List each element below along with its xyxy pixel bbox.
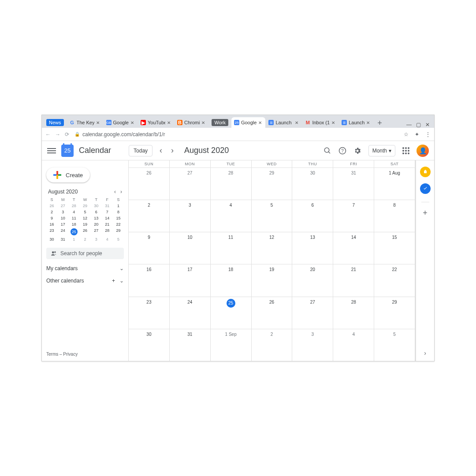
browser-tab[interactable]: GBGoogle✕ — [104, 117, 138, 128]
expand-rail-icon[interactable]: › — [424, 350, 426, 357]
mini-day[interactable]: 5 — [113, 237, 124, 242]
day-cell[interactable]: 19 — [252, 264, 293, 296]
day-cell[interactable]: 21 — [333, 264, 374, 296]
day-cell[interactable]: 13 — [292, 232, 333, 264]
day-cell[interactable]: 14 — [333, 232, 374, 264]
today-button[interactable]: Today — [129, 145, 152, 156]
day-cell[interactable]: 30 — [129, 329, 170, 361]
mini-day[interactable]: 1 — [113, 204, 124, 208]
mini-day[interactable]: 4 — [68, 210, 79, 214]
day-cell[interactable]: 5 — [252, 200, 293, 232]
star-icon[interactable]: ☆ — [404, 131, 409, 138]
day-cell[interactable]: 31 — [333, 167, 374, 200]
mini-day[interactable]: 22 — [113, 222, 124, 227]
day-cell[interactable]: 28 — [333, 297, 374, 329]
mini-day[interactable]: 28 — [102, 228, 113, 235]
mini-day[interactable]: 27 — [57, 204, 68, 208]
day-cell[interactable]: 27 — [170, 167, 211, 200]
browser-tab[interactable]: GThe Key✕ — [67, 117, 103, 128]
browser-tab[interactable]: 25Google✕ — [231, 117, 265, 128]
mini-day[interactable]: 20 — [91, 222, 102, 227]
overflow-icon[interactable]: ⋮ — [425, 131, 431, 138]
mini-day[interactable]: 27 — [91, 228, 102, 235]
day-cell[interactable]: 4 — [211, 200, 252, 232]
day-cell[interactable]: 27 — [292, 297, 333, 329]
mini-day[interactable]: 1 — [68, 237, 79, 242]
close-icon[interactable]: ✕ — [167, 120, 171, 125]
mini-day[interactable]: 7 — [102, 210, 113, 214]
mini-day[interactable]: 17 — [57, 222, 68, 227]
mini-day[interactable]: 29 — [113, 228, 124, 235]
mini-prev-icon[interactable]: ‹ — [114, 189, 116, 195]
main-menu-icon[interactable] — [47, 148, 56, 153]
mini-day[interactable]: 8 — [113, 210, 124, 214]
mini-day[interactable]: 3 — [91, 237, 102, 242]
browser-tab[interactable]: ▶YouTube✕ — [138, 117, 174, 128]
day-cell[interactable]: 1 Sep — [211, 329, 252, 361]
new-tab-button[interactable]: + — [374, 119, 386, 128]
day-cell[interactable]: 26 — [129, 167, 170, 200]
mini-day[interactable]: 25 — [68, 228, 79, 235]
extensions-icon[interactable]: ✦ — [415, 131, 419, 138]
close-icon[interactable]: ✕ — [295, 120, 299, 125]
mini-day[interactable]: 26 — [46, 204, 57, 208]
create-button[interactable]: Create — [46, 167, 90, 182]
mini-day[interactable]: 23 — [46, 228, 57, 235]
close-icon[interactable]: ✕ — [258, 120, 263, 125]
day-cell[interactable]: 2 — [252, 329, 293, 361]
mini-day[interactable]: 26 — [79, 228, 90, 235]
day-cell[interactable]: 1 Aug — [374, 167, 415, 200]
mini-day[interactable]: 30 — [91, 204, 102, 208]
day-cell[interactable]: 25 — [211, 297, 252, 329]
mini-day[interactable]: 4 — [102, 237, 113, 242]
day-cell[interactable]: 3 — [170, 200, 211, 232]
day-cell[interactable]: 8 — [374, 200, 415, 232]
day-cell[interactable]: 7 — [333, 200, 374, 232]
tasks-icon[interactable] — [420, 183, 431, 194]
browser-tab[interactable]: Work — [209, 117, 231, 128]
day-cell[interactable]: 2 — [129, 200, 170, 232]
day-cell[interactable]: 15 — [374, 232, 415, 264]
privacy-link[interactable]: Privacy — [63, 352, 78, 357]
add-calendar-icon[interactable]: + — [112, 278, 115, 284]
close-window-icon[interactable]: ✕ — [425, 122, 430, 128]
browser-tab[interactable]: MInbox (1✕ — [302, 117, 338, 128]
day-cell[interactable]: 29 — [374, 297, 415, 329]
day-cell[interactable]: 6 — [292, 200, 333, 232]
mini-day[interactable]: 5 — [79, 210, 90, 214]
day-cell[interactable]: 18 — [211, 264, 252, 296]
day-cell[interactable]: 31 — [170, 329, 211, 361]
day-cell[interactable]: 17 — [170, 264, 211, 296]
add-addon-icon[interactable]: + — [423, 208, 428, 218]
mini-day[interactable]: 24 — [57, 228, 68, 235]
prev-month-icon[interactable]: ‹ — [158, 146, 164, 155]
other-calendars-section[interactable]: Other calendars + ⌄ — [46, 278, 124, 284]
minimize-icon[interactable]: — — [406, 122, 412, 128]
next-month-icon[interactable]: › — [169, 146, 175, 155]
avatar[interactable]: 👤 — [416, 145, 429, 157]
mini-day[interactable]: 18 — [68, 222, 79, 227]
forward-icon[interactable]: → — [55, 131, 60, 138]
day-cell[interactable]: 3 — [292, 329, 333, 361]
close-icon[interactable]: ✕ — [201, 120, 206, 125]
settings-icon[interactable] — [353, 147, 361, 155]
my-calendars-section[interactable]: My calendars ⌄ — [46, 265, 124, 271]
mini-day[interactable]: 2 — [46, 210, 57, 214]
mini-day[interactable]: 28 — [68, 204, 79, 208]
view-selector[interactable]: Month ▾ — [368, 145, 395, 156]
keep-icon[interactable] — [420, 167, 431, 177]
browser-tab[interactable]: ≡Launch Pr✕ — [266, 117, 302, 128]
close-icon[interactable]: ✕ — [96, 120, 100, 125]
close-icon[interactable]: ✕ — [130, 120, 135, 125]
mini-day[interactable]: 2 — [79, 237, 90, 242]
day-cell[interactable]: 28 — [211, 167, 252, 200]
day-cell[interactable]: 9 — [129, 232, 170, 264]
mini-day[interactable]: 31 — [102, 204, 113, 208]
mini-next-icon[interactable]: › — [120, 189, 122, 195]
help-icon[interactable]: ? — [338, 147, 346, 155]
day-cell[interactable]: 10 — [170, 232, 211, 264]
back-icon[interactable]: ← — [45, 131, 51, 138]
mini-day[interactable]: 3 — [57, 210, 68, 214]
mini-day[interactable]: 9 — [46, 216, 57, 220]
browser-tab[interactable]: News — [44, 117, 67, 128]
